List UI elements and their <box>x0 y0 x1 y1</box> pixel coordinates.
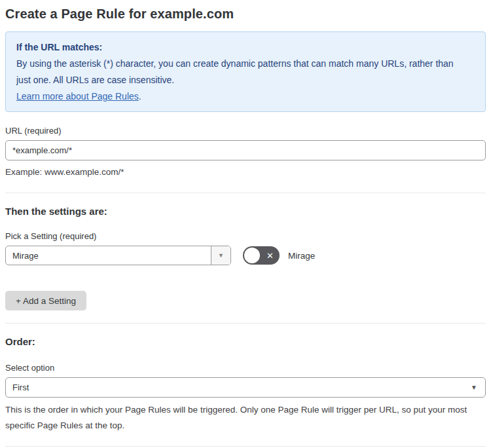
url-label: URL (required) <box>5 126 486 136</box>
x-icon: ✕ <box>266 252 274 260</box>
toggle-knob <box>244 248 260 263</box>
pick-setting-label: Pick a Setting (required) <box>5 231 486 241</box>
chevron-down-icon[interactable]: ▼ <box>211 246 230 265</box>
info-box-body: By using the asterisk (*) character, you… <box>16 56 468 88</box>
setting-row: Mirage ▼ ✕ Mirage <box>5 246 486 265</box>
settings-section-heading: Then the settings are: <box>5 206 486 217</box>
divider <box>5 446 486 447</box>
learn-more-link[interactable]: Learn more about Page Rules <box>16 91 139 102</box>
url-input[interactable] <box>5 140 486 160</box>
toggle-label: Mirage <box>288 251 315 261</box>
add-setting-button[interactable]: + Add a Setting <box>5 291 86 310</box>
order-section-heading: Order: <box>5 336 486 347</box>
info-box-link-line: Learn more about Page Rules. <box>16 88 475 105</box>
chevron-down-icon: ▼ <box>471 384 477 391</box>
divider <box>5 323 486 324</box>
url-match-info-box: If the URL matches: By using the asteris… <box>5 31 486 112</box>
setting-select-value: Mirage <box>6 251 39 261</box>
create-page-rule-form: Create a Page Rule for example.com If th… <box>0 0 491 448</box>
info-box-heading: If the URL matches: <box>16 39 475 56</box>
order-select[interactable]: First ▼ <box>5 377 486 398</box>
page-title: Create a Page Rule for example.com <box>5 7 486 22</box>
setting-select[interactable]: Mirage ▼ <box>5 246 231 265</box>
link-period: . <box>139 91 141 102</box>
divider <box>5 193 486 193</box>
url-helper-text: Example: www.example.com/* <box>5 164 486 180</box>
order-helper-text: This is the order in which your Page Rul… <box>5 402 477 434</box>
select-option-label: Select option <box>5 363 486 373</box>
mirage-toggle[interactable]: ✕ <box>243 246 280 265</box>
order-select-value: First <box>12 383 29 392</box>
